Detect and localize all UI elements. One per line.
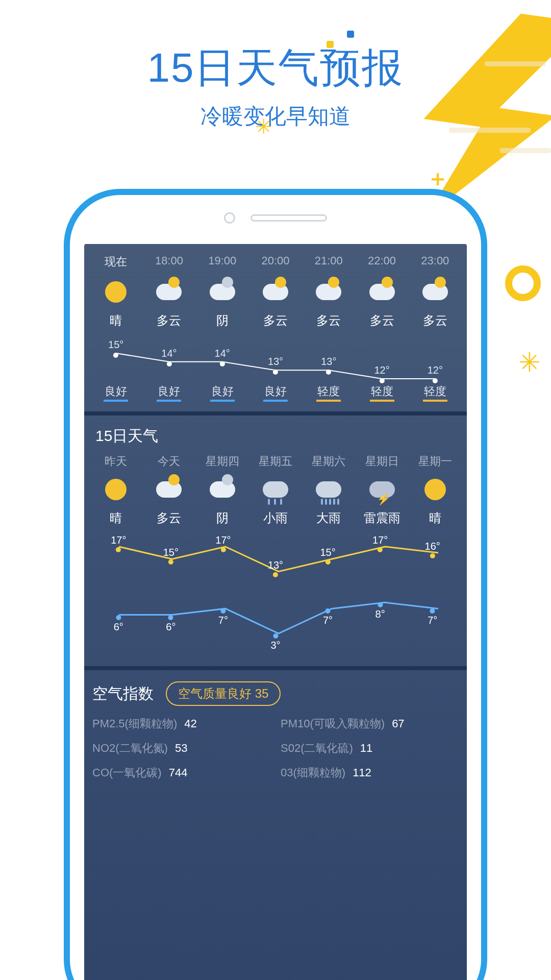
page-subtitle: 冷暖变化早知道 bbox=[0, 102, 551, 131]
hourly-temp-point: 13° bbox=[268, 356, 283, 375]
partly-cloudy-icon bbox=[316, 284, 341, 300]
daily-day-label: 星期四 bbox=[196, 454, 249, 469]
hourly-aqi-tag: 轻度 bbox=[316, 385, 341, 402]
phone-camera-icon bbox=[224, 212, 235, 224]
hourly-aqi-tag: 良好 bbox=[157, 385, 181, 402]
hourly-condition: 多云 bbox=[355, 312, 408, 329]
daily-low-point: 3° bbox=[270, 632, 280, 651]
daily-low-point: 7° bbox=[218, 607, 228, 626]
partly-cloudy-icon bbox=[422, 284, 448, 300]
hourly-aqi-tag: 轻度 bbox=[423, 385, 447, 402]
air-quality-title: 空气指数 bbox=[92, 683, 154, 704]
daily-high-point: 13° bbox=[268, 559, 283, 578]
sun-icon bbox=[105, 281, 127, 303]
daily-day-label: 星期六 bbox=[302, 454, 355, 469]
hourly-condition: 多云 bbox=[142, 312, 195, 329]
hourly-temp-point: 12° bbox=[374, 364, 389, 383]
daily-day-label: 星期日 bbox=[355, 454, 408, 469]
daily-condition: 大雨 bbox=[302, 510, 355, 526]
daily-low-point: 8° bbox=[375, 601, 385, 620]
hourly-time: 现在 bbox=[89, 254, 142, 270]
hourly-aqi-tag: 轻度 bbox=[370, 385, 394, 402]
air-quality-panel[interactable]: 空气指数 空气质量良好 35 PM2.5(细颗粒物)42PM10(可吸入颗粒物)… bbox=[84, 670, 467, 791]
daily-condition: 阴 bbox=[196, 510, 249, 526]
thunderstorm-icon bbox=[369, 481, 395, 498]
air-quality-item: PM10(可吸入颗粒物)67 bbox=[281, 716, 459, 731]
overcast-icon bbox=[210, 481, 235, 498]
hourly-time: 18:00 bbox=[142, 254, 195, 267]
air-quality-item: 03(细颗粒物)112 bbox=[281, 765, 459, 780]
hourly-aqi-tag: 良好 bbox=[263, 385, 288, 402]
daily-high-point: 15° bbox=[163, 547, 179, 566]
air-quality-item: S02(二氧化硫)11 bbox=[281, 741, 459, 756]
daily-condition: 雷震雨 bbox=[355, 510, 408, 526]
phone-frame: 现在18:0019:0020:0021:0022:0023:00 晴多云阴多云多… bbox=[64, 189, 487, 980]
hourly-temp-point: 15° bbox=[108, 339, 123, 358]
partly-cloudy-icon bbox=[156, 284, 182, 300]
daily-low-point: 6° bbox=[114, 614, 123, 633]
air-quality-value: 11 bbox=[360, 742, 372, 754]
air-quality-item: PM2.5(细颗粒物)42 bbox=[92, 716, 270, 731]
daily-high-point: 17° bbox=[215, 534, 231, 553]
air-quality-item: NO2(二氧化氮)53 bbox=[92, 741, 270, 756]
hourly-time: 20:00 bbox=[249, 254, 302, 267]
daily-forecast-panel[interactable]: 15日天气 昨天今天星期四星期五星期六星期日星期一 晴多云阴小雨大雨雷震雨晴 1… bbox=[84, 415, 467, 670]
air-quality-badge: 空气质量良好 35 bbox=[166, 681, 281, 706]
air-quality-value: 112 bbox=[353, 766, 371, 779]
hourly-condition: 多云 bbox=[302, 312, 355, 329]
heavy-rain-icon bbox=[316, 481, 341, 498]
hourly-forecast-panel[interactable]: 现在18:0019:0020:0021:0022:0023:00 晴多云阴多云多… bbox=[84, 244, 467, 415]
daily-condition: 晴 bbox=[409, 510, 462, 526]
daily-day-label: 今天 bbox=[142, 454, 195, 469]
daily-low-point: 7° bbox=[323, 607, 333, 626]
star-icon: ✳ bbox=[518, 347, 541, 378]
hourly-temp-point: 14° bbox=[215, 348, 230, 366]
air-quality-value: 744 bbox=[169, 766, 188, 779]
sun-icon bbox=[424, 479, 446, 500]
air-quality-value: 53 bbox=[175, 742, 187, 754]
daily-low-point: 6° bbox=[166, 614, 176, 633]
hourly-time: 19:00 bbox=[196, 254, 249, 267]
daily-low-point: 7° bbox=[428, 607, 437, 626]
phone-speaker-icon bbox=[251, 214, 327, 222]
daily-high-point: 15° bbox=[320, 547, 335, 566]
hourly-temp-point: 13° bbox=[321, 356, 336, 375]
air-quality-value: 42 bbox=[184, 717, 196, 730]
partly-cloudy-icon bbox=[369, 284, 395, 300]
partly-cloudy-icon bbox=[156, 481, 182, 498]
partly-cloudy-icon bbox=[263, 284, 288, 300]
daily-day-label: 星期五 bbox=[249, 454, 302, 469]
daily-day-label: 昨天 bbox=[89, 454, 142, 469]
hourly-condition: 阴 bbox=[196, 312, 249, 329]
hourly-temp-point: 14° bbox=[161, 348, 177, 366]
daily-high-point: 16° bbox=[425, 541, 440, 559]
hourly-temp-point: 12° bbox=[428, 364, 443, 383]
daily-day-label: 星期一 bbox=[409, 454, 462, 469]
hourly-time: 22:00 bbox=[355, 254, 408, 267]
daily-condition: 多云 bbox=[142, 510, 195, 526]
daily-condition: 小雨 bbox=[249, 510, 302, 526]
hourly-time: 21:00 bbox=[302, 254, 355, 267]
daily-high-point: 17° bbox=[372, 534, 388, 553]
air-quality-value: 67 bbox=[392, 717, 404, 730]
air-quality-item: CO(一氧化碳)744 bbox=[92, 765, 270, 780]
daily-high-point: 17° bbox=[111, 534, 126, 553]
ring-decoration bbox=[505, 265, 541, 301]
daily-condition: 晴 bbox=[89, 510, 142, 526]
overcast-icon bbox=[210, 284, 235, 300]
hourly-aqi-tag: 良好 bbox=[210, 385, 235, 402]
hourly-aqi-tag: 良好 bbox=[104, 385, 128, 402]
rain-icon bbox=[263, 481, 288, 498]
page-title: 15日天气预报 bbox=[0, 41, 551, 96]
hourly-time: 23:00 bbox=[409, 254, 462, 267]
hourly-condition: 多云 bbox=[409, 312, 462, 329]
sun-icon bbox=[105, 479, 127, 500]
hourly-condition: 晴 bbox=[89, 312, 142, 329]
hourly-condition: 多云 bbox=[249, 312, 302, 329]
daily-section-title: 15日天气 bbox=[89, 426, 462, 454]
app-screen[interactable]: 现在18:0019:0020:0021:0022:0023:00 晴多云阴多云多… bbox=[84, 244, 467, 980]
dash-decoration bbox=[500, 148, 551, 153]
